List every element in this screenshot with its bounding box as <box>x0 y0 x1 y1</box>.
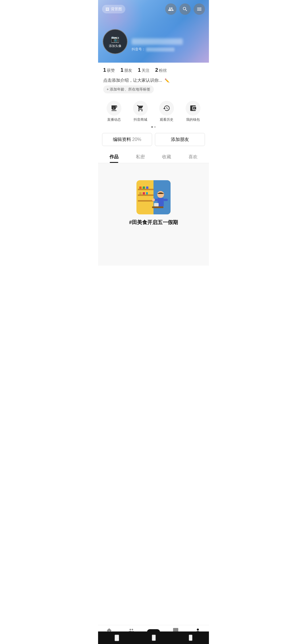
svg-rect-6 <box>139 186 142 189</box>
image-icon: 🖼 <box>105 7 109 11</box>
svg-point-12 <box>157 191 164 198</box>
top-bar: 🖼 背景图 <box>98 0 209 18</box>
friends-icon-button[interactable] <box>165 3 177 15</box>
promo-image <box>136 180 171 214</box>
friends-label: 朋友 <box>124 68 132 73</box>
stat-following[interactable]: 1 关注 <box>138 67 150 73</box>
svg-rect-11 <box>146 192 148 194</box>
feature-history[interactable]: 观看历史 <box>157 101 177 122</box>
likes-label: 获赞 <box>107 68 115 73</box>
edit-profile-button[interactable]: 编辑资料 20% <box>102 133 152 146</box>
douyin-id-label: 抖音号： <box>132 47 175 51</box>
hero-background: 🖼 背景图 📷 添加头像 <box>98 0 209 63</box>
stats-row: 1 获赞 1 朋友 1 关注 2 粉丝 <box>98 63 209 77</box>
camera-icon: 📷 <box>111 35 119 43</box>
history-label: 观看历史 <box>160 117 173 122</box>
svg-rect-17 <box>152 206 163 208</box>
bg-btn-label: 背景图 <box>111 7 122 12</box>
svg-rect-3 <box>138 189 154 190</box>
stat-likes[interactable]: 1 获赞 <box>103 67 115 73</box>
friends-count: 1 <box>121 67 123 73</box>
stat-followers[interactable]: 2 粉丝 <box>155 67 167 73</box>
content-tabs: 作品 私密 收藏 喜欢 <box>98 150 209 163</box>
tab-works-label: 作品 <box>109 154 119 159</box>
following-count: 1 <box>138 67 141 73</box>
username-blurred <box>132 38 183 45</box>
avatar[interactable]: 📷 添加头像 <box>103 29 128 54</box>
stat-friends[interactable]: 1 朋友 <box>121 67 132 73</box>
tab-likes-label: 喜欢 <box>188 154 198 159</box>
following-label: 关注 <box>142 68 150 73</box>
followers-count: 2 <box>155 67 158 73</box>
live-label: 直播动态 <box>107 117 121 122</box>
add-friend-label: 添加朋友 <box>171 137 189 143</box>
edit-percent: 20% <box>132 137 141 142</box>
top-icon-group <box>165 3 205 15</box>
bio-text: 点击添加介绍，让大家认识你... <box>103 78 162 83</box>
svg-rect-10 <box>143 192 145 194</box>
svg-rect-8 <box>146 186 148 189</box>
menu-icon-button[interactable] <box>194 3 205 15</box>
svg-rect-18 <box>154 203 159 206</box>
dot-1 <box>151 126 153 128</box>
live-icon-wrap <box>107 101 121 116</box>
edit-label: 编辑资料 <box>113 137 131 143</box>
tab-favorites-label: 收藏 <box>162 154 171 159</box>
tab-likes[interactable]: 喜欢 <box>180 150 206 163</box>
search-icon-button[interactable] <box>179 3 191 15</box>
add-tags-button[interactable]: + 添加年龄、所在地等标签 <box>103 85 154 93</box>
bio-section: 点击添加介绍，让大家认识你... ✏️ + 添加年龄、所在地等标签 <box>98 77 209 96</box>
add-tags-label: + 添加年龄、所在地等标签 <box>107 87 150 92</box>
feature-shop[interactable]: 抖音商城 <box>130 101 150 122</box>
wallet-icon-wrap <box>186 101 200 116</box>
dot-2 <box>154 126 156 128</box>
shop-label: 抖音商城 <box>134 117 147 122</box>
tab-private-label: 私密 <box>136 154 145 159</box>
avatar-label: 添加头像 <box>109 44 121 48</box>
douyin-id-blurred <box>146 48 175 52</box>
svg-point-16 <box>152 198 155 201</box>
action-buttons: 编辑资料 20% 添加朋友 <box>98 130 209 150</box>
shop-icon-wrap <box>133 101 148 116</box>
tab-favorites[interactable]: 收藏 <box>154 150 180 163</box>
username-block: 抖音号： <box>132 38 183 54</box>
history-icon-wrap <box>159 101 174 116</box>
profile-row: 📷 添加头像 抖音号： <box>103 29 183 54</box>
features-row: 直播动态 抖音商城 观看历史 我的钱包 <box>98 96 209 124</box>
content-area: #田美食开启五一假期 <box>98 163 209 266</box>
svg-rect-9 <box>139 192 142 194</box>
followers-label: 粉丝 <box>159 68 167 73</box>
carousel-dots <box>98 124 209 130</box>
svg-rect-5 <box>138 200 154 202</box>
svg-rect-4 <box>138 194 154 196</box>
feature-live[interactable]: 直播动态 <box>104 101 124 122</box>
feature-wallet[interactable]: 我的钱包 <box>183 101 203 122</box>
tab-private[interactable]: 私密 <box>127 150 154 163</box>
edit-icon: ✏️ <box>165 78 169 83</box>
wallet-label: 我的钱包 <box>186 117 200 122</box>
svg-rect-15 <box>164 199 168 201</box>
add-friend-button[interactable]: 添加朋友 <box>155 133 205 146</box>
svg-rect-7 <box>143 186 145 189</box>
tab-works[interactable]: 作品 <box>101 150 127 163</box>
likes-count: 1 <box>103 67 106 73</box>
background-image-button[interactable]: 🖼 背景图 <box>102 5 125 13</box>
promo-title: #田美食开启五一假期 <box>129 219 178 226</box>
bio-text-row[interactable]: 点击添加介绍，让大家认识你... ✏️ <box>103 78 204 83</box>
